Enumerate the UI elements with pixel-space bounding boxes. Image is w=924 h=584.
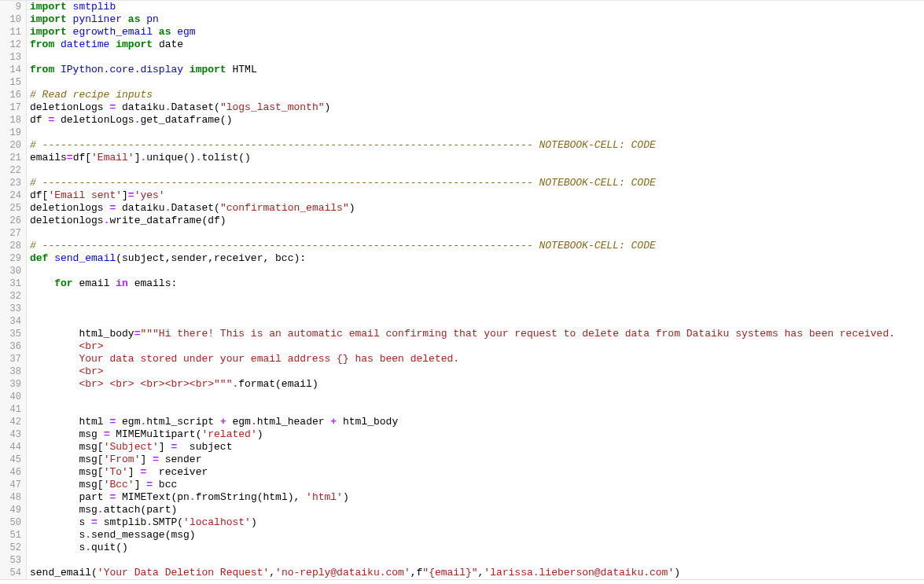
code-token: ) <box>343 491 349 503</box>
code-line[interactable] <box>30 403 921 416</box>
code-line[interactable]: deletionlogs = dataiku.Dataset("confirma… <box>30 202 921 215</box>
code-area[interactable]: import smtplibimport pynliner as pnimpor… <box>27 1 924 579</box>
code-token: ] <box>159 441 171 453</box>
code-line[interactable] <box>30 265 921 277</box>
code-line[interactable] <box>30 554 921 567</box>
code-token: MIMEMultipart( <box>109 428 201 440</box>
line-number: 47 <box>0 479 26 491</box>
line-number: 41 <box>0 403 26 416</box>
code-line[interactable]: from datetime import date <box>30 39 921 51</box>
code-line[interactable]: msg['Subject'] = subject <box>30 441 921 454</box>
code-line[interactable]: # --------------------------------------… <box>30 240 921 252</box>
code-token: 'larissa.lieberson@dataiku.com' <box>484 567 674 578</box>
code-token <box>153 39 159 50</box>
code-line[interactable]: # --------------------------------------… <box>30 177 921 189</box>
code-line[interactable]: msg['From'] = sender <box>30 454 921 466</box>
code-line[interactable]: <br> <br> <br><br><br>""".format(email) <box>30 378 921 391</box>
line-number: 50 <box>0 516 26 529</box>
code-token: MIMEText(pn <box>116 491 190 503</box>
code-line[interactable]: msg['Bcc'] = bcc <box>30 479 921 491</box>
code-line[interactable]: send_email('Your Data Deletion Request',… <box>30 567 921 579</box>
code-token: df <box>30 114 48 126</box>
code-token: ) <box>325 101 331 113</box>
code-token: part <box>30 491 109 503</box>
code-line[interactable] <box>30 127 921 139</box>
line-number: 39 <box>0 378 26 391</box>
code-token: , <box>269 567 275 578</box>
code-line[interactable]: s.send_message(msg) <box>30 529 921 542</box>
code-line[interactable]: # Read recipe inputs <box>30 89 921 101</box>
code-line[interactable] <box>30 227 921 240</box>
line-number: 13 <box>0 51 26 64</box>
line-number: 10 <box>0 13 26 26</box>
code-editor[interactable]: 9101112131415161718192021222324252627282… <box>0 0 924 580</box>
code-line[interactable]: msg = MIMEMultipart('related') <box>30 428 921 441</box>
code-token: subject <box>177 441 232 453</box>
code-line[interactable]: deletionlogs.write_dataframe(df) <box>30 215 921 227</box>
code-token: ,f <box>410 567 423 578</box>
code-token: quit() <box>91 542 128 553</box>
line-number: 17 <box>0 101 26 114</box>
line-number: 48 <box>0 491 26 504</box>
code-token: 'To' <box>104 466 128 478</box>
code-line[interactable]: def send_email(subject,sender,receiver, … <box>30 252 921 265</box>
code-token: . <box>85 529 91 541</box>
code-line[interactable] <box>30 303 921 315</box>
code-token: <br> <box>30 365 104 377</box>
code-line[interactable]: <br> <box>30 365 921 378</box>
code-token: datetime <box>61 39 109 50</box>
code-line[interactable]: # --------------------------------------… <box>30 139 921 152</box>
code-line[interactable]: msg.attach(part) <box>30 504 921 516</box>
code-line[interactable]: msg['To'] = receiver <box>30 466 921 479</box>
code-token: html_body <box>337 416 398 428</box>
code-token: tolist() <box>202 152 251 163</box>
code-token: df[ <box>30 189 48 201</box>
code-token: = <box>91 516 98 528</box>
code-token: msg[ <box>30 441 104 453</box>
code-token: . <box>190 491 196 503</box>
code-line[interactable] <box>30 51 921 64</box>
code-token: (subject,sender,receiver, bcc): <box>116 252 306 264</box>
line-number: 36 <box>0 340 26 353</box>
code-line[interactable]: emails=df['Email'].unique().tolist() <box>30 152 921 164</box>
code-token: as <box>159 26 171 38</box>
code-line[interactable]: from IPython.core.display import HTML <box>30 64 921 76</box>
code-token: in <box>116 277 128 289</box>
line-number: 20 <box>0 139 26 152</box>
code-token: html_script <box>146 416 220 428</box>
code-line[interactable]: html = egm.html_script + egm.html_header… <box>30 416 921 428</box>
code-token: # --------------------------------------… <box>30 177 656 189</box>
code-line[interactable] <box>30 164 921 177</box>
code-line[interactable]: part = MIMEText(pn.fromString(html), 'ht… <box>30 491 921 504</box>
code-token: send_message(msg) <box>91 529 196 541</box>
code-token: s <box>30 542 85 553</box>
code-line[interactable] <box>30 391 921 403</box>
code-line[interactable]: s.quit() <box>30 542 921 554</box>
code-line[interactable]: import egrowth_email as egm <box>30 26 921 39</box>
line-number: 21 <box>0 152 26 164</box>
code-line[interactable]: for email in emails: <box>30 277 921 290</box>
code-line[interactable]: html_body="""Hi there! This is an automa… <box>30 328 921 340</box>
code-line[interactable] <box>30 315 921 328</box>
code-token: . <box>251 416 257 428</box>
code-line[interactable]: deletionLogs = dataiku.Dataset("logs_las… <box>30 101 921 114</box>
code-line[interactable]: s = smtplib.SMTP('localhost') <box>30 516 921 529</box>
code-line[interactable]: import smtplib <box>30 1 921 13</box>
code-token: dataiku <box>116 101 164 113</box>
code-token: "logs_last_month" <box>220 101 325 113</box>
code-line[interactable] <box>30 76 921 89</box>
code-token: HTML <box>232 64 256 75</box>
line-number: 35 <box>0 328 26 340</box>
line-number: 31 <box>0 277 26 290</box>
code-line[interactable]: df = deletionLogs.get_dataframe() <box>30 114 921 127</box>
code-line[interactable]: df['Email sent']='yes' <box>30 189 921 202</box>
code-token: write_dataframe(df) <box>109 215 226 226</box>
code-line[interactable]: <br> <box>30 340 921 353</box>
code-line[interactable]: import pynliner as pn <box>30 13 921 26</box>
code-token: IPython.core.display <box>61 64 183 75</box>
code-token: deletionlogs <box>30 215 104 226</box>
code-token: Dataset( <box>171 101 219 113</box>
code-line[interactable] <box>30 290 921 303</box>
code-token: from <box>30 64 61 75</box>
code-line[interactable]: Your data stored under your email addres… <box>30 353 921 365</box>
